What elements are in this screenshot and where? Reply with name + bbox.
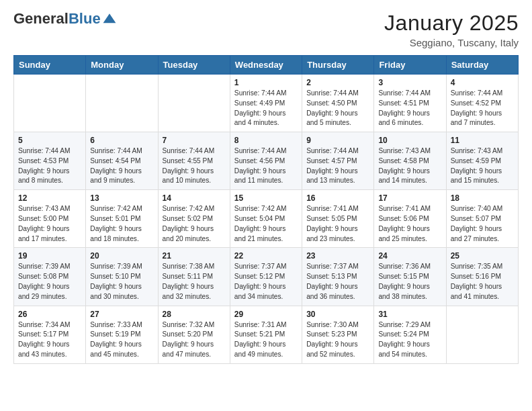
- day-info: Sunrise: 7:44 AMSunset: 4:55 PMDaylight:…: [163, 146, 226, 186]
- week-row-2: 5Sunrise: 7:44 AMSunset: 4:53 PMDaylight…: [14, 132, 519, 190]
- day-cell-31: 31Sunrise: 7:29 AMSunset: 5:24 PMDayligh…: [374, 306, 446, 363]
- day-number: 27: [90, 310, 153, 319]
- day-info: Sunrise: 7:43 AMSunset: 5:00 PMDaylight:…: [18, 204, 81, 244]
- week-row-5: 26Sunrise: 7:34 AMSunset: 5:17 PMDayligh…: [14, 306, 519, 363]
- day-cell-3: 3Sunrise: 7:44 AMSunset: 4:51 PMDaylight…: [374, 75, 446, 132]
- day-number: 22: [234, 251, 298, 261]
- day-number: 4: [451, 78, 514, 87]
- week-row-3: 12Sunrise: 7:43 AMSunset: 5:00 PMDayligh…: [14, 190, 519, 248]
- day-cell-20: 20Sunrise: 7:39 AMSunset: 5:10 PMDayligh…: [86, 248, 158, 306]
- weekday-header-friday: Friday: [374, 56, 446, 75]
- empty-cell: [446, 306, 518, 363]
- day-cell-12: 12Sunrise: 7:43 AMSunset: 5:00 PMDayligh…: [14, 190, 86, 248]
- day-info: Sunrise: 7:41 AMSunset: 5:06 PMDaylight:…: [378, 204, 441, 244]
- day-info: Sunrise: 7:44 AMSunset: 4:56 PMDaylight:…: [234, 146, 298, 186]
- day-info: Sunrise: 7:37 AMSunset: 5:12 PMDaylight:…: [234, 262, 298, 302]
- calendar-title: January 2025: [384, 11, 519, 36]
- logo-blue: Blue: [69, 10, 101, 27]
- empty-cell: [86, 75, 158, 132]
- day-cell-24: 24Sunrise: 7:36 AMSunset: 5:15 PMDayligh…: [374, 248, 446, 306]
- day-info: Sunrise: 7:33 AMSunset: 5:19 PMDaylight:…: [90, 320, 153, 360]
- day-info: Sunrise: 7:41 AMSunset: 5:05 PMDaylight:…: [306, 204, 369, 244]
- day-number: 1: [234, 78, 298, 87]
- day-info: Sunrise: 7:44 AMSunset: 4:49 PMDaylight:…: [234, 89, 298, 128]
- day-info: Sunrise: 7:42 AMSunset: 5:02 PMDaylight:…: [163, 204, 226, 244]
- day-cell-25: 25Sunrise: 7:35 AMSunset: 5:16 PMDayligh…: [446, 248, 518, 306]
- day-number: 29: [234, 310, 298, 319]
- empty-cell: [158, 75, 230, 132]
- day-info: Sunrise: 7:39 AMSunset: 5:08 PMDaylight:…: [18, 262, 81, 302]
- weekday-header-wednesday: Wednesday: [230, 56, 302, 75]
- day-cell-21: 21Sunrise: 7:38 AMSunset: 5:11 PMDayligh…: [158, 248, 230, 306]
- day-cell-13: 13Sunrise: 7:42 AMSunset: 5:01 PMDayligh…: [86, 190, 158, 248]
- day-cell-10: 10Sunrise: 7:43 AMSunset: 4:58 PMDayligh…: [374, 132, 446, 190]
- day-cell-27: 27Sunrise: 7:33 AMSunset: 5:19 PMDayligh…: [86, 306, 158, 363]
- day-number: 28: [163, 310, 226, 319]
- day-info: Sunrise: 7:44 AMSunset: 4:51 PMDaylight:…: [378, 89, 441, 128]
- day-number: 24: [378, 251, 441, 261]
- day-cell-17: 17Sunrise: 7:41 AMSunset: 5:06 PMDayligh…: [374, 190, 446, 248]
- day-number: 3: [378, 78, 441, 87]
- day-cell-29: 29Sunrise: 7:31 AMSunset: 5:21 PMDayligh…: [230, 306, 302, 363]
- day-cell-9: 9Sunrise: 7:44 AMSunset: 4:57 PMDaylight…: [302, 132, 374, 190]
- day-cell-15: 15Sunrise: 7:42 AMSunset: 5:04 PMDayligh…: [230, 190, 302, 248]
- day-number: 20: [90, 251, 153, 261]
- day-info: Sunrise: 7:42 AMSunset: 5:01 PMDaylight:…: [90, 204, 153, 244]
- day-number: 11: [451, 136, 514, 145]
- day-number: 25: [451, 251, 514, 261]
- logo-icon: [102, 11, 117, 26]
- day-number: 7: [163, 136, 226, 145]
- day-number: 23: [306, 251, 369, 261]
- day-info: Sunrise: 7:44 AMSunset: 4:52 PMDaylight:…: [451, 89, 514, 128]
- weekday-header-tuesday: Tuesday: [158, 56, 230, 75]
- weekday-header-row: SundayMondayTuesdayWednesdayThursdayFrid…: [14, 56, 519, 75]
- day-number: 8: [234, 136, 298, 145]
- day-number: 5: [18, 136, 81, 145]
- day-number: 21: [163, 251, 226, 261]
- day-info: Sunrise: 7:43 AMSunset: 4:59 PMDaylight:…: [451, 146, 514, 186]
- empty-cell: [14, 75, 86, 132]
- day-cell-1: 1Sunrise: 7:44 AMSunset: 4:49 PMDaylight…: [230, 75, 302, 132]
- day-info: Sunrise: 7:44 AMSunset: 4:57 PMDaylight:…: [306, 146, 369, 186]
- day-info: Sunrise: 7:29 AMSunset: 5:24 PMDaylight:…: [378, 320, 441, 360]
- day-cell-23: 23Sunrise: 7:37 AMSunset: 5:13 PMDayligh…: [302, 248, 374, 306]
- day-info: Sunrise: 7:43 AMSunset: 4:58 PMDaylight:…: [378, 146, 441, 186]
- page: GeneralBlue January 2025 Seggiano, Tusca…: [0, 0, 532, 411]
- week-row-4: 19Sunrise: 7:39 AMSunset: 5:08 PMDayligh…: [14, 248, 519, 306]
- day-info: Sunrise: 7:40 AMSunset: 5:07 PMDaylight:…: [451, 204, 514, 244]
- week-row-1: 1Sunrise: 7:44 AMSunset: 4:49 PMDaylight…: [14, 75, 519, 132]
- day-cell-4: 4Sunrise: 7:44 AMSunset: 4:52 PMDaylight…: [446, 75, 518, 132]
- day-number: 31: [378, 310, 441, 319]
- day-cell-18: 18Sunrise: 7:40 AMSunset: 5:07 PMDayligh…: [446, 190, 518, 248]
- day-info: Sunrise: 7:34 AMSunset: 5:17 PMDaylight:…: [18, 320, 81, 360]
- day-number: 16: [306, 193, 369, 203]
- day-number: 18: [451, 193, 514, 203]
- day-number: 12: [18, 193, 81, 203]
- day-info: Sunrise: 7:44 AMSunset: 4:54 PMDaylight:…: [90, 146, 153, 186]
- day-cell-16: 16Sunrise: 7:41 AMSunset: 5:05 PMDayligh…: [302, 190, 374, 248]
- day-number: 2: [306, 78, 369, 87]
- day-info: Sunrise: 7:44 AMSunset: 4:50 PMDaylight:…: [306, 89, 369, 128]
- day-info: Sunrise: 7:39 AMSunset: 5:10 PMDaylight:…: [90, 262, 153, 302]
- logo: GeneralBlue: [13, 11, 117, 27]
- day-info: Sunrise: 7:37 AMSunset: 5:13 PMDaylight:…: [306, 262, 369, 302]
- day-info: Sunrise: 7:44 AMSunset: 4:53 PMDaylight:…: [18, 146, 81, 186]
- day-cell-19: 19Sunrise: 7:39 AMSunset: 5:08 PMDayligh…: [14, 248, 86, 306]
- day-number: 26: [18, 310, 81, 319]
- day-info: Sunrise: 7:30 AMSunset: 5:23 PMDaylight:…: [306, 320, 369, 360]
- day-info: Sunrise: 7:35 AMSunset: 5:16 PMDaylight:…: [451, 262, 514, 302]
- weekday-header-monday: Monday: [86, 56, 158, 75]
- weekday-header-saturday: Saturday: [446, 56, 518, 75]
- day-number: 13: [90, 193, 153, 203]
- day-cell-5: 5Sunrise: 7:44 AMSunset: 4:53 PMDaylight…: [14, 132, 86, 190]
- weekday-header-sunday: Sunday: [14, 56, 86, 75]
- day-number: 15: [234, 193, 298, 203]
- day-info: Sunrise: 7:42 AMSunset: 5:04 PMDaylight:…: [234, 204, 298, 244]
- calendar-table: SundayMondayTuesdayWednesdayThursdayFrid…: [13, 55, 519, 364]
- day-cell-6: 6Sunrise: 7:44 AMSunset: 4:54 PMDaylight…: [86, 132, 158, 190]
- day-number: 10: [378, 136, 441, 145]
- logo-general: General: [13, 10, 69, 27]
- day-cell-26: 26Sunrise: 7:34 AMSunset: 5:17 PMDayligh…: [14, 306, 86, 363]
- day-info: Sunrise: 7:31 AMSunset: 5:21 PMDaylight:…: [234, 320, 298, 360]
- calendar-subtitle: Seggiano, Tuscany, Italy: [384, 37, 519, 48]
